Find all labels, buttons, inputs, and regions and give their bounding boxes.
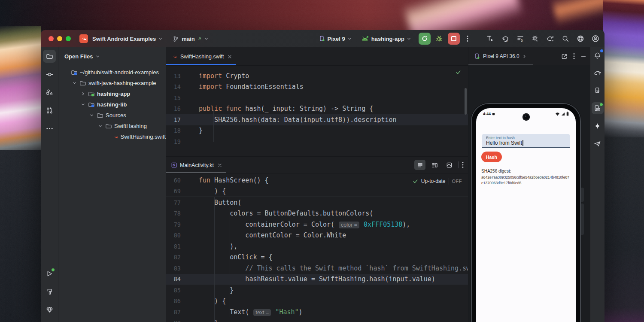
chevron-down-icon[interactable] <box>80 103 86 106</box>
rerun-button[interactable] <box>419 33 431 45</box>
run-tool-button[interactable] <box>43 267 56 280</box>
phone-screen[interactable]: 4:44 Enter text to hash Hello from Swift <box>476 108 576 322</box>
search-icon[interactable] <box>562 35 569 43</box>
volume-button <box>581 188 584 202</box>
tab-mainactivity[interactable]: MainActivity.kt <box>166 157 226 173</box>
build-tool-button[interactable] <box>43 285 56 298</box>
device-manager-button[interactable] <box>592 85 604 97</box>
stop-button[interactable] <box>448 33 460 45</box>
debug-button[interactable] <box>433 33 445 45</box>
code-line-77[interactable]: 77 Button( <box>166 197 468 208</box>
commit-tool-button[interactable] <box>43 68 56 81</box>
notifications-button[interactable] <box>592 49 604 61</box>
code-line-85[interactable]: 85 } <box>166 285 468 296</box>
pull-requests-tool-button[interactable] <box>43 104 56 117</box>
code-line-81[interactable]: 81 ), <box>166 241 468 252</box>
project-selector[interactable]: Swift Android Examples <box>92 36 162 42</box>
open-in-window-icon[interactable] <box>561 53 568 60</box>
kebab-menu-icon[interactable] <box>573 53 575 60</box>
editor-mainactivity[interactable]: 60fun HashScreen() {69 ) {77 Button(78 c… <box>166 173 468 322</box>
device-selector[interactable]: Pixel 9 <box>319 36 352 42</box>
code-line-83[interactable]: 83 // This calls the Swift method `hash`… <box>166 263 468 274</box>
gemini-button[interactable] <box>592 120 604 132</box>
folder-icon <box>79 80 86 87</box>
line-number: 81 <box>166 243 181 250</box>
code-line-84[interactable]: 84 hashResult.value = SwiftHashing.hash(… <box>166 274 468 285</box>
code-line-13[interactable]: 13import Crypto <box>166 70 468 82</box>
tree-item-hashing-app[interactable]: hashing-app <box>58 88 166 99</box>
project-view-selector[interactable]: Open Files <box>58 47 166 65</box>
close-icon[interactable] <box>228 55 232 59</box>
code-line-19[interactable]: 19 <box>166 136 468 147</box>
code-line-15[interactable]: 15 <box>166 92 468 103</box>
code-line-16[interactable]: 16public func hash(_ input: String) -> S… <box>166 103 468 115</box>
code-line-14[interactable]: 14import FoundationEssentials <box>166 82 468 93</box>
apply-changes-icon[interactable]: A <box>501 35 509 43</box>
close-button[interactable] <box>49 36 54 41</box>
live-edit-status[interactable]: Up-to-date OFF <box>411 177 464 185</box>
minimize-button[interactable] <box>57 36 62 41</box>
view-split-button[interactable] <box>429 160 440 170</box>
kotlin-file-icon <box>171 162 177 168</box>
project-tool-button[interactable] <box>43 50 56 63</box>
tree-item-swift-java-hashing-example[interactable]: swift-java-hashing-example <box>58 78 166 88</box>
code-line-17[interactable]: 17 SHA256.hash(data: Data(input.utf8)).d… <box>166 114 468 125</box>
editor-area: SwiftHashing.swift 13import Crypto14impo… <box>166 47 468 322</box>
tree-item-swifthashing[interactable]: SwiftHashing <box>58 121 166 131</box>
code-line-87[interactable]: 87 Text( text = "Hash") <box>166 307 468 318</box>
line-number: 82 <box>166 254 181 261</box>
inspection-ok-icon[interactable] <box>456 70 461 75</box>
kebab-menu-icon[interactable] <box>462 161 464 168</box>
scrollbar[interactable] <box>465 88 467 115</box>
hash-button[interactable]: Hash <box>481 152 502 162</box>
line-number: 18 <box>166 127 181 134</box>
parameter-hint: text = <box>253 309 271 316</box>
tree-item-hashing-lib[interactable]: hashing-lib <box>58 99 166 110</box>
svg-text:A: A <box>505 39 507 43</box>
code-line-88[interactable]: 88 } <box>166 318 468 322</box>
close-icon[interactable] <box>218 163 222 167</box>
chevron-down-icon[interactable] <box>71 81 77 85</box>
settings-icon[interactable] <box>577 35 584 43</box>
text-cursor <box>522 140 523 146</box>
vcs-branch-selector[interactable]: main <box>173 36 208 42</box>
ide-window: Swift Android Examples main Pixel 9 hash… <box>41 30 605 322</box>
gradle-tool-button[interactable] <box>592 67 604 79</box>
code-line-86[interactable]: 86 ) { <box>166 296 468 307</box>
chevron-right-icon[interactable] <box>522 55 526 58</box>
dependencies-tool-button[interactable] <box>43 303 56 316</box>
apply-code-changes-icon[interactable]: 5 <box>516 35 524 43</box>
emulator-tab-label[interactable]: Pixel 9 API 36.0 <box>483 53 519 59</box>
code-line-80[interactable]: 80 contentColor = Color.White <box>166 230 468 241</box>
run-more-options-button[interactable] <box>462 33 474 45</box>
tab-swifthashing[interactable]: SwiftHashing.swift <box>166 48 236 65</box>
zoom-button[interactable] <box>66 36 71 41</box>
more-tools-button[interactable] <box>43 122 56 135</box>
view-design-button[interactable] <box>444 160 455 170</box>
code-line-18[interactable]: 18} <box>166 125 468 137</box>
profiler-run-icon[interactable] <box>486 35 494 43</box>
chevron-down-icon[interactable] <box>97 124 103 128</box>
code-line-82[interactable]: 82 onClick = { <box>166 252 468 263</box>
profiler-icon[interactable] <box>547 35 554 43</box>
app-quality-insights-button[interactable] <box>592 137 604 149</box>
code-line-79[interactable]: 79 containerColor = Color( color = 0xFFF… <box>166 219 468 230</box>
running-devices-button[interactable] <box>592 102 604 114</box>
structure-tool-button[interactable] <box>43 86 56 99</box>
editor-swifthashing[interactable]: 13import Crypto14import FoundationEssent… <box>166 66 468 156</box>
account-icon[interactable] <box>592 35 599 43</box>
attach-debugger-icon[interactable] <box>532 35 539 43</box>
tree-item-sources[interactable]: Sources <box>58 110 166 121</box>
code-line-78[interactable]: 78 colors = ButtonDefaults.buttonColors( <box>166 208 468 219</box>
chevron-down-icon[interactable] <box>88 113 94 117</box>
code-view-icon <box>417 162 423 168</box>
chevron-right-icon[interactable] <box>80 92 86 96</box>
tree-item-swifthashing-swift[interactable]: SwiftHashing.swift <box>58 131 166 142</box>
tree-item-github-swift-android-examples[interactable]: ~/github/swift-android-examples <box>58 67 166 78</box>
hash-text-input[interactable]: Enter text to hash Hello from Swift <box>482 134 570 148</box>
run-config-selector[interactable]: hashing-app <box>361 36 411 42</box>
view-code-button[interactable] <box>414 160 425 170</box>
swift-file-icon <box>171 54 177 60</box>
hide-panel-icon[interactable] <box>580 53 586 59</box>
code-line-69[interactable]: 69 ) { <box>166 186 468 197</box>
